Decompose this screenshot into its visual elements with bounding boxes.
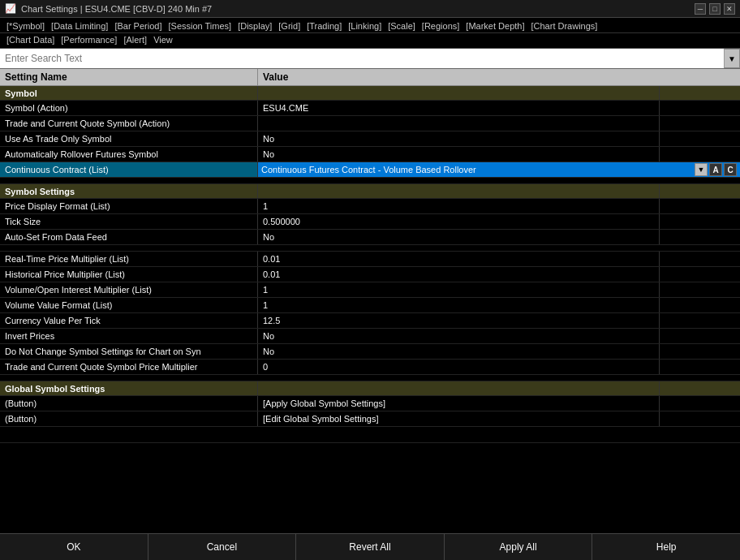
menu-scale[interactable]: [Scale] [385,19,419,32]
close-button[interactable]: ✕ [724,3,735,15]
row-symbol-action: Symbol (Action) ESU4.CME [0,101,740,116]
help-button[interactable]: Help [592,534,740,560]
section-global-symbol: Global Symbol Settings [0,381,740,396]
menu-market-depth[interactable]: [Market Depth] [462,19,527,32]
row-apply-global: (Button) [Apply Global Symbol Settings] [0,396,740,411]
menu-bar-row2: [Chart Data] [Performance] [Alert] View [0,33,740,49]
title-bar-left: 📈 Chart Settings | ESU4.CME [CBV-D] 240 … [5,3,212,14]
minimize-button[interactable]: ─ [695,3,706,15]
row-trade-only: Use As Trade Only Symbol No [0,131,740,147]
apply-all-button[interactable]: Apply All [445,534,593,560]
header-setting-name: Setting Name [0,69,258,85]
row-auto-rollover: Automatically Rollover Futures Symbol No [0,147,740,162]
title-bar-controls: ─ □ ✕ [695,3,735,15]
cancel-button[interactable]: Cancel [148,534,297,560]
window-title: Chart Settings | ESU4.CME [CBV-D] 240 Mi… [21,4,212,14]
search-dropdown-button[interactable]: ▼ [724,49,740,68]
revert-all-button[interactable]: Revert All [296,534,445,560]
row-edit-global: (Button) [Edit Global Symbol Settings] [0,411,740,427]
menu-grid[interactable]: [Grid] [275,19,303,32]
row-continuous-contract: Continuous Contract (List) Continuous Fu… [0,162,740,178]
empty-row-4 [0,427,740,443]
row-tick-size: Tick Size 0.500000 [0,214,740,230]
ok-button[interactable]: OK [0,534,148,560]
section-symbol: Symbol [0,86,740,101]
continuous-contract-dropdown[interactable]: ▼ [695,163,708,176]
search-input[interactable] [0,50,724,67]
row-price-display-format: Price Display Format (List) 1 [0,199,740,214]
row-trade-quote-price-mult: Trade and Current Quote Symbol Price Mul… [0,360,740,375]
search-bar: ▼ [0,49,740,69]
footer: OK Cancel Revert All Apply All Help [0,533,740,560]
title-bar: 📈 Chart Settings | ESU4.CME [CBV-D] 240 … [0,0,740,18]
continuous-contract-value: Continuous Futures Contract - Volume Bas… [261,165,693,174]
table-header: Setting Name Value [0,69,740,86]
menu-linking[interactable]: [Linking] [345,19,385,32]
row-volume-value-format: Volume Value Format (List) 1 [0,298,740,313]
menu-bar-period[interactable]: [Bar Period] [111,19,165,32]
menu-chart-data[interactable]: [Chart Data] [3,33,58,46]
menu-trading[interactable]: [Trading] [303,19,345,32]
menu-view[interactable]: View [150,33,176,46]
continuous-contract-a-btn[interactable]: A [709,163,722,176]
maximize-button[interactable]: □ [709,3,721,15]
menu-alert[interactable]: [Alert] [120,33,150,46]
row-auto-set-data-feed: Auto-Set From Data Feed No [0,230,740,245]
menu-symbol[interactable]: [*Symbol] [3,19,48,32]
section-symbol-settings: Symbol Settings [0,184,740,199]
menu-display[interactable]: [Display] [234,19,275,32]
row-historical-multiplier: Historical Price Multiplier (List) 0.01 [0,267,740,282]
menu-data-limiting[interactable]: [Data Limiting] [48,19,111,32]
row-do-not-change-symbol: Do Not Change Symbol Settings for Chart … [0,344,740,360]
empty-row-3 [0,375,740,381]
row-realtime-multiplier: Real-Time Price Multiplier (List) 0.01 [0,252,740,267]
empty-row-2 [0,245,740,252]
menu-chart-drawings[interactable]: [Chart Drawings] [527,19,600,32]
empty-row-1 [0,178,740,184]
header-value: Value [258,69,740,85]
window-icon: 📈 [5,3,16,14]
menu-bar-row1: [*Symbol] [Data Limiting] [Bar Period] [… [0,18,740,33]
menu-session-times[interactable]: [Session Times] [165,19,234,32]
menu-performance[interactable]: [Performance] [58,33,120,46]
continuous-contract-c-btn[interactable]: C [724,163,737,176]
row-trade-quote-symbol: Trade and Current Quote Symbol (Action) [0,116,740,131]
row-invert-prices: Invert Prices No [0,329,740,344]
menu-regions[interactable]: [Regions] [419,19,462,32]
row-volume-multiplier: Volume/Open Interest Multiplier (List) 1 [0,282,740,298]
table-body: Symbol Symbol (Action) ESU4.CME Trade an… [0,86,740,523]
row-currency-per-tick: Currency Value Per Tick 12.5 [0,313,740,329]
